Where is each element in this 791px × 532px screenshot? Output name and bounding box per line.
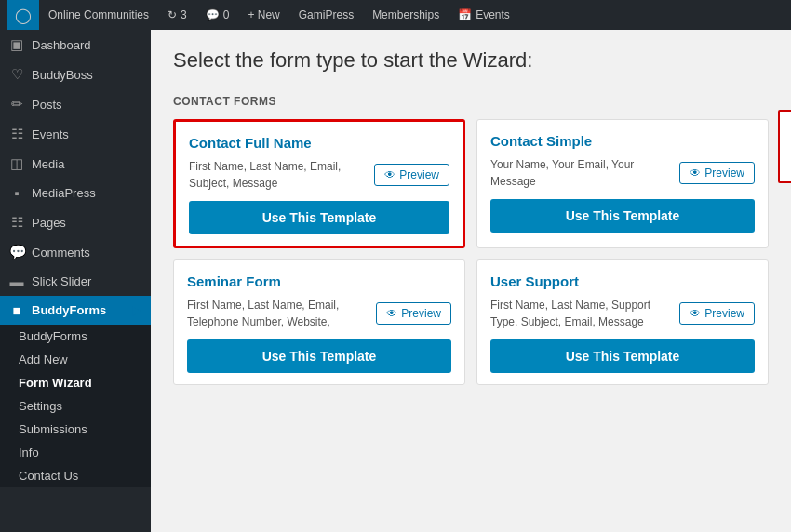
submenu-add-new-label: Add New [19,352,68,366]
card-2-preview-label: Preview [704,166,744,180]
card-user-support: User Support First Name, Last Name, Supp… [476,259,769,385]
card-3-use-template-button[interactable]: Use This Template [187,339,451,373]
callout-box: Click to use the template and create a n… [778,110,791,183]
main-content: Select the form type to start the Wizard… [151,30,791,532]
sidebar-item-comments-label: Comments [32,246,90,259]
events-label: Events [476,8,510,21]
updates-icon: ↻ [168,8,177,21]
sidebar-item-mediapress-label: MediaPress [32,186,96,200]
sidebar-item-mediapress[interactable]: ▪ MediaPress [0,179,151,207]
pages-icon: ☷ [9,214,24,231]
buddyforms-arrow: ▶ [132,303,141,317]
gamipres-label: GamiPress [299,8,354,21]
page-title: Select the form type to start the Wizard… [173,48,769,73]
submenu-item-settings[interactable]: Settings [0,394,151,418]
updates-item[interactable]: ↻ 3 [158,0,196,30]
submenu-item-submissions[interactable]: Submissions [0,418,151,441]
card-4-actions: First Name, Last Name, Support Type, Sub… [490,297,755,330]
card-2-actions: Your Name, Your Email, Your Message 👁 Pr… [490,156,755,190]
card-3-preview-button[interactable]: 👁 Preview [376,302,451,325]
card-contact-simple: Contact Simple Your Name, Your Email, Yo… [476,119,769,248]
sidebar-item-buddyboss-label: BuddyBoss [32,68,93,82]
sidebar-item-pages[interactable]: ☷ Pages [0,207,151,237]
sidebar-item-dashboard-label: Dashboard [32,38,91,52]
submenu-settings-label: Settings [19,399,62,413]
buddyforms-icon: ■ [9,302,24,318]
card-3-actions: First Name, Last Name, Email, Telephone … [187,297,451,330]
events-icon: 📅 [458,8,472,21]
admin-bar: ◯ Online Communities ↻ 3 💬 0 + New GamiP… [0,0,791,30]
new-label: + New [248,8,279,21]
card-4-title: User Support [490,273,755,289]
card-3-desc: First Name, Last Name, Email, Telephone … [187,297,369,330]
submenu-item-contact-us[interactable]: Contact Us [0,464,151,487]
sidebar-item-pages-label: Pages [32,216,66,230]
card-2-preview-button[interactable]: 👁 Preview [679,162,755,184]
memberships-label: Memberships [372,8,439,21]
card-4-preview-button[interactable]: 👁 Preview [679,302,755,325]
media-icon: ◫ [9,155,24,172]
card-3-preview-label: Preview [401,307,441,320]
card-3-title: Seminar Form [187,273,451,289]
card-2-use-template-button[interactable]: Use This Template [490,199,755,233]
sidebar-item-buddyforms[interactable]: ■ BuddyForms ▶ [0,296,151,325]
memberships-item[interactable]: Memberships [363,0,449,30]
comments-icon: 💬 [206,8,220,21]
buddyboss-icon: ♡ [9,66,24,83]
site-title: Online Communities [48,8,149,21]
sidebar-item-media-label: Media [32,157,64,171]
sidebar-item-slick-slider-label: Slick Slider [32,274,91,288]
mediapress-icon: ▪ [9,185,24,201]
sidebar-item-posts[interactable]: ✏ Posts [0,89,151,119]
comments-count: 0 [223,8,230,21]
buddyforms-submenu: BuddyForms Add New Form Wizard Settings … [0,325,151,487]
submenu-info-label: Info [19,446,39,459]
updates-count: 3 [181,8,187,21]
submenu-item-info[interactable]: Info [0,441,151,464]
sidebar-item-buddyboss[interactable]: ♡ BuddyBoss [0,60,151,89]
eye-icon-4: 👁 [690,307,701,320]
card-2-desc: Your Name, Your Email, Your Message [490,156,672,190]
card-1-use-template-button[interactable]: Use This Template [189,201,449,234]
submenu-item-add-new[interactable]: Add New [0,348,151,371]
slick-slider-icon: ▬ [9,273,24,289]
events-sidebar-icon: ☷ [9,126,24,142]
card-seminar-form: Seminar Form First Name, Last Name, Emai… [173,259,465,385]
card-4-use-template-button[interactable]: Use This Template [490,339,755,373]
eye-icon-3: 👁 [386,307,397,320]
submenu-contact-us-label: Contact Us [19,469,78,483]
card-1-actions: First Name, Last Name, Email, Subject, M… [189,158,449,192]
comments-sidebar-icon: 💬 [9,244,24,260]
submenu-item-form-wizard[interactable]: Form Wizard [0,371,151,394]
wordpress-icon: ◯ [15,7,32,24]
submenu-item-buddyforms[interactable]: BuddyForms [0,325,151,348]
new-item[interactable]: + New [238,0,288,30]
sidebar-item-slick-slider[interactable]: ▬ Slick Slider [0,267,151,296]
card-1-preview-button[interactable]: 👁 Preview [374,164,449,186]
submenu-submissions-label: Submissions [19,422,87,436]
card-4-desc: First Name, Last Name, Support Type, Sub… [490,297,672,330]
wp-logo[interactable]: ◯ [7,0,39,30]
sidebar-item-media[interactable]: ◫ Media [0,149,151,179]
card-1-preview-label: Preview [399,168,439,181]
card-1-title: Contact Full Name [189,135,449,151]
sidebar-item-dashboard[interactable]: ▣ Dashboard [0,30,151,60]
dashboard-icon: ▣ [9,36,24,53]
sidebar-item-buddyforms-label: BuddyForms [32,303,106,317]
site-name[interactable]: Online Communities [39,0,158,30]
sidebar-item-events[interactable]: ☷ Events [0,119,151,149]
card-1-desc: First Name, Last Name, Email, Subject, M… [189,158,367,192]
gamipres-item[interactable]: GamiPress [289,0,363,30]
card-2-title: Contact Simple [490,133,755,149]
eye-icon-2: 👁 [690,166,701,180]
posts-icon: ✏ [9,96,24,113]
events-item[interactable]: 📅 Events [449,0,519,30]
submenu-form-wizard-label: Form Wizard [19,376,92,390]
sidebar-item-posts-label: Posts [32,98,62,112]
sidebar-item-events-label: Events [32,127,69,141]
comments-item[interactable]: 💬 0 [196,0,239,30]
eye-icon: 👁 [384,168,396,181]
sidebar-item-comments[interactable]: 💬 Comments [0,237,151,267]
sidebar: ▣ Dashboard ♡ BuddyBoss ✏ Posts ☷ Events… [0,30,151,532]
section-label: CONTACT FORMS [173,95,769,108]
